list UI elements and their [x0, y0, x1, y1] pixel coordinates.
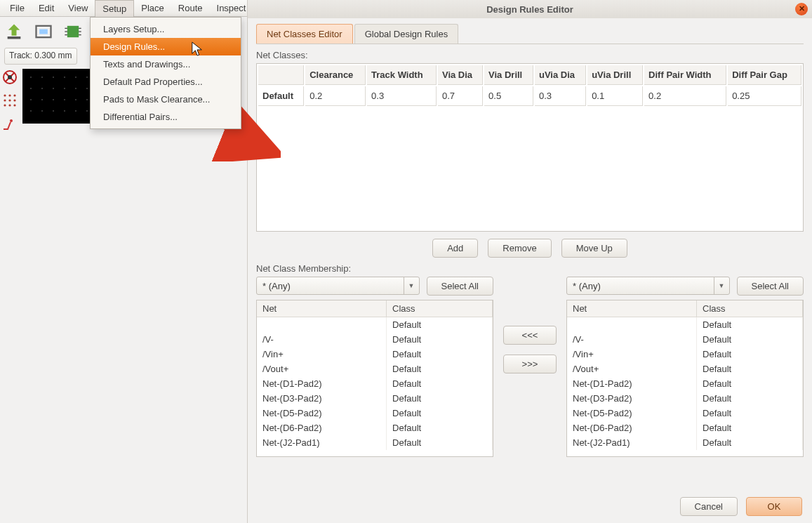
chevron-down-icon: ▼: [714, 277, 729, 294]
tab-net-classes[interactable]: Net Classes Editor: [256, 24, 353, 44]
track-width-indicator[interactable]: Track: 0.300 mm: [4, 48, 77, 65]
menu-place[interactable]: Place: [134, 0, 171, 16]
netclass-col: [258, 65, 304, 85]
dialog-tabs: Net Classes Editor Global Design Rules: [256, 24, 804, 44]
moveup-button[interactable]: Move Up: [561, 239, 627, 258]
menu-pads-mask[interactable]: Pads to Mask Clearance...: [91, 91, 241, 108]
netclass-row-name[interactable]: Default: [258, 86, 304, 106]
list-item[interactable]: Net-(D6-Pad2)Default: [567, 421, 803, 435]
ok-button[interactable]: OK: [746, 497, 802, 516]
netclass-cell[interactable]: 0.3: [367, 86, 437, 106]
list-item[interactable]: Net-(D1-Pad2)Default: [257, 376, 493, 391]
board-icon[interactable]: [34, 22, 53, 41]
netclass-col: uVia Drill: [587, 65, 643, 85]
left-toolstrip: [1, 69, 20, 138]
netclass-cell[interactable]: 0.3: [535, 86, 586, 106]
list-item[interactable]: /Vin+Default: [257, 347, 493, 362]
menu-view[interactable]: View: [61, 0, 95, 16]
menu-diff-pairs[interactable]: Differential Pairs...: [91, 108, 241, 126]
list-item[interactable]: Net-(D3-Pad2)Default: [257, 391, 493, 406]
right-filter-combo[interactable]: * (Any) ▼: [566, 277, 730, 295]
netclass-col: Diff Pair Gap: [728, 65, 801, 85]
svg-point-21: [10, 119, 13, 122]
right-selectall-button[interactable]: Select All: [737, 277, 804, 296]
label-membership: Net Class Membership:: [256, 263, 804, 274]
col-class: Class: [697, 300, 803, 317]
netclass-col: Via Dia: [438, 65, 483, 85]
design-rules-dialog: Design Rules Editor ✕ Net Classes Editor…: [247, 0, 812, 523]
close-icon[interactable]: ✕: [795, 3, 808, 15]
list-item[interactable]: Net-(J2-Pad1)Default: [257, 435, 493, 450]
netclass-table-wrap: ClearanceTrack WidthVia DiaVia DrilluVia…: [256, 63, 804, 232]
left-selectall-button[interactable]: Select All: [427, 277, 493, 296]
list-item[interactable]: Net-(D5-Pad2)Default: [567, 406, 803, 421]
menu-setup[interactable]: Setup: [95, 0, 134, 17]
netclass-cell[interactable]: 0.2: [644, 86, 726, 106]
left-filter-combo[interactable]: * (Any) ▼: [256, 277, 420, 295]
label-net-classes: Net Classes:: [256, 50, 804, 60]
open-icon[interactable]: [4, 22, 24, 41]
list-item[interactable]: Default: [567, 317, 803, 333]
netclass-col: Track Width: [367, 65, 437, 85]
tab-global-rules[interactable]: Global Design Rules: [354, 24, 459, 44]
cursor-icon: [191, 41, 204, 58]
list-item[interactable]: Net-(D5-Pad2)Default: [257, 406, 493, 421]
chip-icon[interactable]: [63, 22, 83, 41]
netclass-col: Diff Pair Width: [644, 65, 726, 85]
col-net: Net: [257, 300, 387, 317]
menu-route[interactable]: Route: [171, 0, 210, 16]
menu-file[interactable]: File: [3, 0, 32, 16]
list-item[interactable]: Net-(J2-Pad1)Default: [567, 435, 803, 450]
svg-rect-0: [8, 37, 21, 39]
svg-point-15: [4, 99, 6, 101]
list-item[interactable]: /Vin+Default: [567, 347, 803, 362]
svg-point-18: [4, 104, 6, 106]
netclass-cell[interactable]: 0.7: [438, 86, 483, 106]
list-item[interactable]: /Vout+Default: [567, 362, 803, 376]
move-left-button[interactable]: <<<: [503, 326, 557, 345]
left-filter-value: * (Any): [262, 281, 291, 291]
netclass-cell[interactable]: 0.5: [484, 86, 533, 106]
polar-icon[interactable]: [1, 115, 18, 132]
menu-texts-drawings[interactable]: Texts and Drawings...: [91, 55, 241, 73]
right-net-list[interactable]: Net Class Default/V-Default/Vin+Default/…: [566, 300, 804, 457]
menu-edit[interactable]: Edit: [32, 0, 61, 16]
netclass-table[interactable]: ClearanceTrack WidthVia DiaVia DrilluVia…: [257, 64, 803, 107]
netclass-col: Clearance: [305, 65, 366, 85]
svg-point-19: [8, 104, 11, 106]
netclass-cell[interactable]: 0.2: [305, 86, 366, 106]
netclass-cell[interactable]: 0.1: [587, 86, 643, 106]
editor-background: File Edit View Setup Place Route Inspect…: [0, 0, 812, 523]
move-right-button[interactable]: >>>: [503, 355, 557, 373]
netclass-col: uVia Dia: [535, 65, 586, 85]
list-item[interactable]: /V-Default: [257, 332, 493, 347]
col-net: Net: [567, 300, 697, 317]
netclass-col: Via Drill: [484, 65, 533, 85]
menu-default-pad[interactable]: Default Pad Properties...: [91, 73, 241, 91]
membership-area: * (Any) ▼ Select All Net Class Default/V…: [256, 277, 804, 457]
cancel-button[interactable]: Cancel: [680, 497, 738, 516]
netclass-cell[interactable]: 0.25: [728, 86, 801, 106]
svg-point-12: [4, 94, 6, 96]
add-button[interactable]: Add: [432, 239, 478, 258]
grid-icon[interactable]: [1, 92, 18, 109]
svg-rect-3: [67, 26, 79, 37]
list-item[interactable]: /V-Default: [567, 332, 803, 347]
list-item[interactable]: Net-(D6-Pad2)Default: [257, 421, 493, 435]
col-class: Class: [387, 300, 493, 317]
drc-off-icon[interactable]: [1, 69, 18, 86]
svg-point-11: [8, 75, 12, 79]
remove-button[interactable]: Remove: [488, 239, 551, 258]
right-filter-value: * (Any): [573, 281, 601, 291]
list-item[interactable]: /Vout+Default: [257, 362, 493, 376]
dialog-titlebar[interactable]: Design Rules Editor ✕: [248, 0, 812, 18]
svg-point-14: [13, 94, 15, 96]
menu-design-rules[interactable]: Design Rules...: [91, 38, 241, 55]
menu-layers-setup[interactable]: Layers Setup...: [91, 20, 241, 38]
list-item[interactable]: Default: [257, 317, 493, 333]
list-item[interactable]: Net-(D3-Pad2)Default: [567, 391, 803, 406]
left-net-list[interactable]: Net Class Default/V-Default/Vin+Default/…: [256, 300, 493, 457]
svg-point-20: [13, 104, 15, 106]
svg-point-13: [8, 94, 11, 96]
list-item[interactable]: Net-(D1-Pad2)Default: [567, 376, 803, 391]
